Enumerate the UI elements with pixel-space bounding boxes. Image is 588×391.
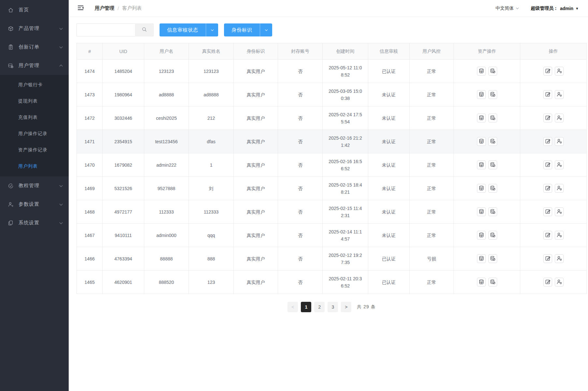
parameter-icon bbox=[8, 202, 14, 207]
coins-block-icon bbox=[490, 185, 496, 192]
sidebar-collapse-button[interactable] bbox=[77, 4, 86, 13]
identity-filter[interactable]: 身份标识 bbox=[224, 23, 272, 36]
risk-status-cell: 正常 bbox=[409, 83, 454, 106]
edit-user-button[interactable] bbox=[543, 67, 552, 76]
risk-status-cell: 正常 bbox=[409, 153, 454, 177]
asset-deduct-button[interactable] bbox=[488, 67, 497, 76]
sidebar-item-parameters[interactable]: 参数设置 bbox=[0, 195, 69, 214]
search-input[interactable] bbox=[77, 23, 135, 36]
sidebar-item-user-bankcards[interactable]: 用户银行卡 bbox=[0, 77, 69, 93]
sidebar-item-recharge-list[interactable]: 充值列表 bbox=[0, 109, 69, 126]
sidebar-item-asset-op-log[interactable]: 资产操作记录 bbox=[0, 142, 69, 158]
pagination: < 1 2 3 > 共 29 条 bbox=[77, 302, 587, 312]
user-security-button[interactable] bbox=[555, 137, 564, 146]
identity-cell: 真实用户 bbox=[233, 106, 278, 130]
sidebar-item-orders[interactable]: 创新订单 bbox=[0, 38, 69, 56]
asset-deduct-button[interactable] bbox=[488, 184, 497, 193]
asset-add-button[interactable]: $ bbox=[477, 137, 486, 146]
user-security-button[interactable] bbox=[555, 207, 564, 216]
edit-user-button[interactable] bbox=[543, 184, 552, 193]
edit-user-button[interactable] bbox=[543, 90, 552, 99]
topbar-right: 中文简体 超级管理员： admin ▼ bbox=[496, 6, 579, 11]
asset-add-button[interactable]: $ bbox=[477, 161, 486, 169]
asset-deduct-button[interactable] bbox=[488, 254, 497, 263]
review-status-cell: 已认证 bbox=[368, 247, 409, 271]
sidebar-item-home[interactable]: 首页 bbox=[0, 1, 69, 19]
coins-block-icon bbox=[490, 162, 496, 168]
svg-text:$: $ bbox=[481, 71, 482, 73]
edit-user-button[interactable] bbox=[543, 254, 552, 263]
edit-user-button[interactable] bbox=[543, 231, 552, 240]
review-status-cell: 未认证 bbox=[368, 200, 409, 224]
admin-username: admin bbox=[560, 6, 573, 11]
asset-add-button[interactable]: $ bbox=[477, 207, 486, 216]
user-security-button[interactable] bbox=[555, 67, 564, 76]
user-security-button[interactable] bbox=[555, 90, 564, 99]
realname-cell: 112333 bbox=[189, 200, 234, 224]
asset-add-button[interactable]: $ bbox=[477, 254, 486, 263]
edit-icon bbox=[545, 115, 551, 121]
identity-filter-dropdown[interactable] bbox=[260, 23, 272, 36]
user-security-button[interactable] bbox=[555, 231, 564, 240]
created-time-cell: 2025-02-16 21:21:42 bbox=[322, 130, 368, 153]
asset-deduct-button[interactable] bbox=[488, 90, 497, 99]
identity-cell: 真实用户 bbox=[233, 130, 278, 153]
table-row: 14701679082admin2221真实用户否2025-02-16 16:5… bbox=[77, 153, 587, 177]
coins-dollar-icon: $ bbox=[479, 115, 484, 121]
coins-block-icon bbox=[490, 209, 496, 215]
asset-add-button[interactable]: $ bbox=[477, 90, 486, 99]
uid-cell: 4620901 bbox=[103, 271, 144, 294]
search-button[interactable] bbox=[135, 23, 154, 36]
created-time-cell: 2025-05-12 11:08:52 bbox=[322, 60, 368, 83]
user-security-button[interactable] bbox=[555, 278, 564, 286]
column-header: # bbox=[77, 43, 103, 60]
user-security-button[interactable] bbox=[555, 114, 564, 122]
row-index: 1472 bbox=[77, 106, 103, 130]
filter-toolbar: 信息审核状态 身份标识 bbox=[77, 23, 580, 36]
risk-status-cell: 正常 bbox=[409, 130, 454, 153]
realname-cell: 123123 bbox=[189, 60, 234, 83]
review-status-filter[interactable]: 信息审核状态 bbox=[160, 23, 218, 36]
table-row: 14723032446ceshi2025212真实用户否2025-02-24 1… bbox=[77, 106, 587, 130]
user-security-button[interactable] bbox=[555, 254, 564, 263]
sidebar-item-user-list[interactable]: 用户列表 bbox=[0, 158, 69, 175]
asset-deduct-button[interactable] bbox=[488, 161, 497, 169]
edit-user-button[interactable] bbox=[543, 278, 552, 286]
asset-deduct-button[interactable] bbox=[488, 137, 497, 146]
asset-add-button[interactable]: $ bbox=[477, 231, 486, 240]
column-header: 真实姓名 bbox=[189, 43, 234, 60]
edit-user-button[interactable] bbox=[543, 137, 552, 146]
asset-ops-cell: $ bbox=[454, 177, 520, 200]
chevron-down-icon bbox=[265, 28, 267, 31]
asset-add-button[interactable]: $ bbox=[477, 278, 486, 286]
page-button-2[interactable]: 2 bbox=[314, 302, 325, 312]
language-selector[interactable]: 中文简体 bbox=[496, 6, 518, 11]
edit-user-button[interactable] bbox=[543, 161, 552, 169]
sidebar-item-products[interactable]: 产品管理 bbox=[0, 19, 69, 38]
user-security-button[interactable] bbox=[555, 161, 564, 169]
username-cell: ceshi2025 bbox=[144, 106, 189, 130]
user-security-button[interactable] bbox=[555, 184, 564, 193]
edit-user-button[interactable] bbox=[543, 114, 552, 122]
review-status-filter-dropdown[interactable] bbox=[206, 23, 218, 36]
asset-deduct-button[interactable] bbox=[488, 231, 497, 240]
next-page-button[interactable]: > bbox=[341, 302, 351, 312]
sidebar-item-users[interactable]: 用户管理 bbox=[0, 56, 69, 75]
asset-add-button[interactable]: $ bbox=[477, 67, 486, 76]
prev-page-button[interactable]: < bbox=[287, 302, 298, 312]
asset-deduct-button[interactable] bbox=[488, 207, 497, 216]
asset-add-button[interactable]: $ bbox=[477, 184, 486, 193]
asset-deduct-button[interactable] bbox=[488, 114, 497, 122]
sidebar-item-withdraw-list[interactable]: 提现列表 bbox=[0, 93, 69, 109]
sidebar-item-tutorials[interactable]: 教程管理 bbox=[0, 176, 69, 195]
identity-filter-label: 身份标识 bbox=[224, 23, 260, 36]
asset-add-button[interactable]: $ bbox=[477, 114, 486, 122]
admin-menu[interactable]: 超级管理员： admin ▼ bbox=[531, 6, 579, 11]
username-cell: ad8888 bbox=[144, 83, 189, 106]
sidebar-item-system[interactable]: 系统设置 bbox=[0, 214, 69, 232]
asset-deduct-button[interactable] bbox=[488, 278, 497, 286]
edit-user-button[interactable] bbox=[543, 207, 552, 216]
page-button-3[interactable]: 3 bbox=[328, 302, 338, 312]
sidebar-item-user-op-log[interactable]: 用户操作记录 bbox=[0, 126, 69, 142]
page-button-1[interactable]: 1 bbox=[301, 302, 311, 312]
